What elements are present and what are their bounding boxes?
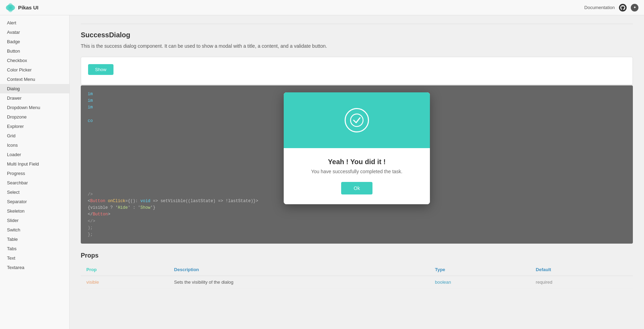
logo-icon bbox=[6, 3, 15, 13]
prop-header-description: Description bbox=[168, 263, 429, 276]
sidebar-item-switch[interactable]: Switch bbox=[0, 225, 69, 235]
dialog-ok-button[interactable]: Ok bbox=[341, 182, 372, 194]
sidebar-item-skeleton[interactable]: Skeleton bbox=[0, 206, 69, 216]
prop-default-visible: required bbox=[530, 276, 633, 289]
sidebar-item-alert[interactable]: Alert bbox=[0, 18, 69, 28]
prop-header-default: Default bbox=[530, 263, 633, 276]
prop-name-visible: visible bbox=[81, 276, 168, 289]
sidebar-item-loader[interactable]: Loader bbox=[0, 150, 69, 159]
svg-point-2 bbox=[9, 6, 12, 9]
sidebar-item-grid[interactable]: Grid bbox=[0, 131, 69, 140]
prop-type-visible: boolean bbox=[429, 276, 530, 289]
sidebar-item-drawer[interactable]: Drawer bbox=[0, 93, 69, 103]
sidebar-item-button[interactable]: Button bbox=[0, 46, 69, 56]
sidebar-item-explorer[interactable]: Explorer bbox=[0, 122, 69, 131]
sidebar-item-context-menu[interactable]: Context Menu bbox=[0, 75, 69, 84]
sidebar-item-separator[interactable]: Separator bbox=[0, 197, 69, 206]
props-table: Prop Description Type Default visible Se… bbox=[81, 263, 633, 289]
sidebar-item-avatar[interactable]: Avatar bbox=[0, 28, 69, 37]
prop-header-prop: Prop bbox=[81, 263, 168, 276]
demo-preview-box: Show bbox=[81, 57, 633, 85]
table-row: visible Sets the visibility of the dialo… bbox=[81, 276, 633, 289]
header: Pikas UI Documentation ✦ bbox=[0, 0, 644, 15]
sidebar-item-checkbox[interactable]: Checkbox bbox=[0, 56, 69, 65]
star-button[interactable]: ✦ bbox=[631, 4, 638, 12]
dialog-check-circle bbox=[345, 108, 369, 132]
prop-header-type: Type bbox=[429, 263, 530, 276]
sidebar-item-textarea[interactable]: Textarea bbox=[0, 263, 69, 272]
sidebar-item-table[interactable]: Table bbox=[0, 235, 69, 244]
dialog-title: Yeah ! You did it ! bbox=[295, 158, 419, 166]
sidebar-item-color-picker[interactable]: Color Picker bbox=[0, 65, 69, 75]
dialog-body: Yeah ! You did it ! You have successfull… bbox=[284, 148, 430, 204]
sidebar-item-badge[interactable]: Badge bbox=[0, 37, 69, 46]
documentation-link[interactable]: Documentation bbox=[584, 5, 615, 10]
prop-description-visible: Sets the visibility of the dialog bbox=[168, 276, 429, 289]
header-right: Documentation ✦ bbox=[584, 4, 638, 12]
sidebar-item-select[interactable]: Select bbox=[0, 188, 69, 197]
section-divider bbox=[81, 24, 633, 24]
sidebar-item-multi-input-field[interactable]: Multi Input Field bbox=[0, 159, 69, 169]
header-left: Pikas UI bbox=[6, 3, 38, 13]
sidebar-item-icons[interactable]: Icons bbox=[0, 140, 69, 150]
sidebar: Alert Avatar Badge Button Checkbox Color… bbox=[0, 15, 70, 329]
sidebar-item-dropzone[interactable]: Dropzone bbox=[0, 112, 69, 122]
main-content: SuccessDialog This is the success dialog… bbox=[70, 15, 644, 329]
github-icon[interactable] bbox=[619, 4, 627, 12]
success-dialog: Yeah ! You did it ! You have successfull… bbox=[284, 92, 430, 204]
svg-point-3 bbox=[351, 114, 363, 127]
sidebar-item-dropdown-menu[interactable]: Dropdown Menu bbox=[0, 103, 69, 112]
props-title: Props bbox=[81, 252, 633, 259]
layout: Alert Avatar Badge Button Checkbox Color… bbox=[0, 15, 644, 329]
sidebar-item-progress[interactable]: Progress bbox=[0, 169, 69, 178]
sidebar-item-tabs[interactable]: Tabs bbox=[0, 244, 69, 253]
sidebar-item-dialog[interactable]: Dialog bbox=[0, 84, 69, 93]
dialog-header bbox=[284, 92, 430, 148]
component-description: This is the success dialog component. It… bbox=[81, 43, 633, 50]
dialog-overlay-area: im im im co /> <Button onClick={(): void… bbox=[81, 85, 633, 244]
sidebar-item-text[interactable]: Text bbox=[0, 253, 69, 263]
sidebar-item-searchbar[interactable]: Searchbar bbox=[0, 178, 69, 188]
sidebar-item-slider[interactable]: Slider bbox=[0, 216, 69, 225]
show-dialog-button[interactable]: Show bbox=[88, 64, 113, 75]
component-title: SuccessDialog bbox=[81, 31, 633, 39]
dialog-content: You have successfully completed the task… bbox=[295, 169, 419, 174]
app-title: Pikas UI bbox=[18, 5, 38, 10]
